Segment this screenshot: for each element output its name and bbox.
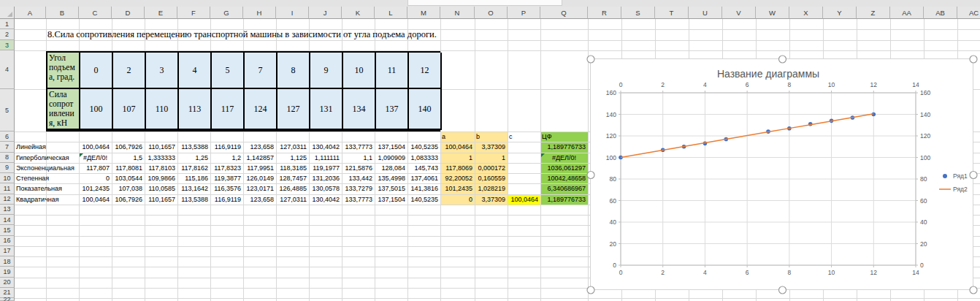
fit-value-cell[interactable]: 123,658 (243, 142, 274, 152)
column-header-B[interactable]: B (46, 7, 79, 19)
fit-value-cell[interactable]: 103,0544 (112, 173, 142, 183)
row-header-2[interactable]: 2 (0, 29, 15, 40)
fit-value-cell[interactable]: 113,5388 (177, 142, 208, 152)
select-all-corner[interactable] (0, 7, 15, 19)
fit-value-cell[interactable]: 128,084 (375, 163, 405, 173)
fit-value-cell[interactable]: 119,3877 (210, 173, 241, 183)
fit-value-cell[interactable]: 117,807 (79, 163, 110, 173)
row-header-4[interactable]: 4 (0, 50, 15, 89)
angle-value-cell[interactable]: 9 (310, 53, 343, 89)
fit-value-cell[interactable]: 115,186 (177, 173, 208, 183)
fit-a-value[interactable]: 1 (440, 153, 472, 163)
row-header-13[interactable]: 13 (0, 205, 15, 215)
fit-b-value[interactable]: 1,028219 (475, 183, 505, 194)
fit-value-cell[interactable]: 109,9866 (145, 173, 175, 183)
fit-value-cell[interactable]: 117,8323 (210, 163, 241, 173)
row-header-17[interactable]: 17 (0, 246, 15, 256)
fit-cf-value[interactable]: 10042,48658 (540, 173, 586, 183)
legend-label[interactable]: Ряд1 (953, 172, 968, 180)
row-header-12[interactable]: 12 (0, 194, 15, 205)
force-value-cell[interactable]: 134 (343, 89, 376, 130)
column-header-T[interactable]: T (655, 7, 689, 19)
fit-value-cell[interactable]: 106,7926 (112, 194, 142, 205)
fit-value-cell[interactable]: 110,1657 (145, 142, 175, 152)
fit-value-cell[interactable]: 100,0464 (79, 142, 110, 152)
column-header-Q[interactable]: Q (540, 7, 588, 19)
column-header-AA[interactable]: AA (890, 7, 924, 19)
fit-value-cell[interactable]: 130,4042 (309, 194, 340, 205)
fit-a-value[interactable]: 92,20052 (440, 173, 472, 183)
column-header-V[interactable]: V (722, 7, 756, 19)
force-value-cell[interactable]: 127 (277, 89, 310, 130)
column-header-P[interactable]: P (508, 7, 540, 19)
force-value-cell[interactable]: 124 (245, 89, 277, 130)
column-header-A[interactable]: A (15, 7, 46, 19)
fit-value-cell[interactable]: 127,0311 (276, 142, 307, 152)
column-header-G[interactable]: G (210, 7, 243, 19)
row-header-8[interactable]: 8 (0, 153, 15, 163)
fit-value-cell[interactable]: 130,4042 (309, 142, 340, 152)
column-header-I[interactable]: I (276, 7, 309, 19)
angle-value-cell[interactable]: 12 (409, 53, 442, 89)
title-cell[interactable]: 8.Сила сопротивления перемещению транспо… (47, 29, 437, 40)
fit-value-cell[interactable]: 133,7279 (342, 183, 372, 194)
row-header-5[interactable]: 5 (0, 89, 15, 132)
fit-value-cell[interactable]: 1,25 (177, 153, 208, 163)
angle-value-cell[interactable]: 3 (146, 53, 179, 89)
column-header-D[interactable]: D (112, 7, 145, 19)
fit-b-value[interactable]: 3,37309 (475, 194, 505, 205)
fit-value-cell[interactable]: 110,1657 (145, 194, 175, 205)
fit-value-cell[interactable]: 137,4061 (407, 173, 438, 183)
angle-value-cell[interactable]: 7 (245, 53, 277, 89)
fit-value-cell[interactable]: 118,3185 (276, 163, 307, 173)
fit-value-cell[interactable]: #ДЕЛ/0! (79, 153, 112, 163)
row-header-19[interactable]: 19 (0, 267, 15, 277)
column-header-N[interactable]: N (440, 7, 475, 19)
fit-cf-value[interactable]: 6,340686967 (540, 183, 586, 194)
column-header-S[interactable]: S (621, 7, 655, 19)
fit-value-cell[interactable]: 117,8162 (177, 163, 208, 173)
fit-value-cell[interactable]: 107,038 (112, 183, 142, 194)
fit-value-cell[interactable]: 127,0311 (276, 194, 307, 205)
row-header-14[interactable]: 14 (0, 215, 15, 225)
force-value-cell[interactable]: 113 (179, 89, 212, 130)
fit-value-cell[interactable]: 131,2036 (309, 173, 340, 183)
column-header-AB[interactable]: AB (924, 7, 957, 19)
fit-a-value[interactable]: 101,2435 (440, 183, 472, 194)
fit-value-cell[interactable]: 100,0464 (79, 194, 110, 205)
force-value-cell[interactable]: 131 (310, 89, 343, 130)
fit-value-cell[interactable]: 101,2435 (79, 183, 110, 194)
row-header-15[interactable]: 15 (0, 225, 15, 235)
fit-cf-value[interactable]: 1036,061297 (540, 163, 586, 173)
fit-b-value[interactable]: 0,160559 (475, 173, 505, 183)
fit-value-cell[interactable]: 116,3576 (210, 183, 241, 194)
column-header-C[interactable]: C (79, 7, 112, 19)
row-header-18[interactable]: 18 (0, 256, 15, 267)
fit-value-cell[interactable]: 116,9119 (210, 142, 241, 152)
force-value-cell[interactable]: 100 (80, 89, 113, 130)
fit-value-cell[interactable]: 130,0578 (309, 183, 340, 194)
legend-label[interactable]: Ряд2 (953, 186, 968, 193)
fit-a-value[interactable]: 0 (440, 194, 472, 205)
fit-value-cell[interactable]: 117,9951 (243, 163, 274, 173)
selection-handle[interactable] (587, 56, 594, 63)
force-value-cell[interactable]: 140 (409, 89, 442, 130)
fit-value-cell[interactable]: 140,5235 (407, 142, 438, 152)
fit-value-cell[interactable]: 126,4885 (276, 183, 307, 194)
fit-cf-value[interactable]: 1,189776733 (540, 194, 586, 205)
column-header-E[interactable]: E (145, 7, 177, 19)
fit-value-cell[interactable]: 123,658 (243, 194, 274, 205)
fit-b-value[interactable]: 3,37309 (475, 142, 505, 152)
fit-value-cell[interactable]: 106,7926 (112, 142, 142, 152)
column-header-M[interactable]: M (407, 7, 440, 19)
selection-handle[interactable] (587, 172, 594, 179)
fit-value-cell[interactable]: 133,442 (342, 173, 372, 183)
row-header-1[interactable]: 1 (0, 19, 15, 29)
fit-value-cell[interactable]: 141,3816 (407, 183, 438, 194)
fit-value-cell[interactable]: 117,8081 (112, 163, 142, 173)
column-header-R[interactable]: R (588, 7, 621, 19)
fit-value-cell[interactable]: 1,111111 (309, 153, 340, 163)
row-header-7[interactable]: 7 (0, 142, 15, 152)
fit-value-cell[interactable]: 133,7773 (342, 142, 372, 152)
force-header-cell[interactable]: Сила сопротивления, кН (47, 89, 80, 130)
